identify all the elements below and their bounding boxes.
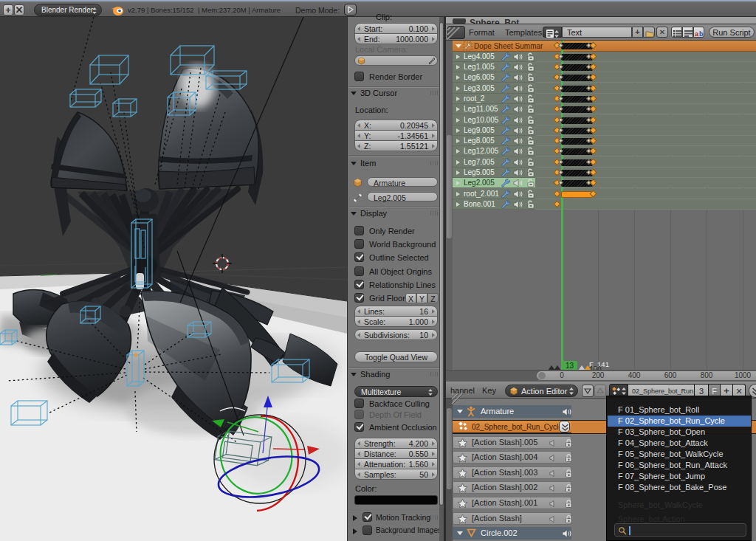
svg-text:b: b xyxy=(699,30,704,38)
